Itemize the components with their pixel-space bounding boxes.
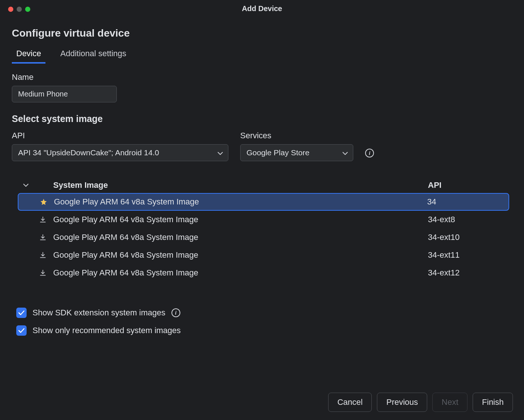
- name-label: Name: [12, 72, 512, 82]
- tab-bar: Device Additional settings: [12, 47, 512, 64]
- system-image-table: System Image API Google Play ARM 64 v8a …: [18, 177, 509, 282]
- table-row[interactable]: Google Play ARM 64 v8a System Image34-ex…: [18, 211, 509, 228]
- page-heading: Configure virtual device: [12, 27, 512, 39]
- row-api: 34-ext12: [428, 268, 509, 278]
- content-area: Configure virtual device Device Addition…: [0, 18, 524, 336]
- checkbox-show-recommended-label: Show only recommended system images: [33, 326, 181, 335]
- name-field-group: Name: [12, 72, 512, 102]
- api-label: API: [12, 131, 228, 140]
- row-name: Google Play ARM 64 v8a System Image: [52, 250, 428, 260]
- checkbox-show-recommended[interactable]: [16, 325, 27, 336]
- expand-collapse-icon[interactable]: [18, 183, 34, 187]
- services-field-group: Services Google Play Store: [240, 131, 353, 161]
- cancel-button[interactable]: Cancel: [328, 393, 372, 412]
- window-title: Add Device: [0, 4, 524, 13]
- dialog-window: Add Device Configure virtual device Devi…: [0, 0, 524, 420]
- row-name: Google Play ARM 64 v8a System Image: [52, 268, 428, 278]
- info-icon[interactable]: i: [365, 149, 374, 158]
- download-icon[interactable]: [34, 251, 52, 259]
- device-name-input[interactable]: [12, 86, 117, 102]
- table-row[interactable]: Google Play ARM 64 v8a System Image34: [18, 193, 509, 211]
- column-header-name[interactable]: System Image: [52, 180, 428, 190]
- previous-button[interactable]: Previous: [377, 393, 427, 412]
- row-name: Google Play ARM 64 v8a System Image: [52, 215, 428, 224]
- download-icon[interactable]: [34, 269, 52, 277]
- chevron-down-icon: [343, 148, 348, 157]
- api-field-group: API API 34 "UpsideDownCake"; Android 14.…: [12, 131, 228, 161]
- table-row[interactable]: Google Play ARM 64 v8a System Image34-ex…: [18, 246, 509, 264]
- services-info: i: [365, 149, 374, 161]
- checkbox-group: Show SDK extension system images i Show …: [16, 308, 512, 336]
- footer-buttons: Cancel Previous Next Finish: [328, 393, 513, 412]
- chevron-down-icon: [218, 148, 223, 157]
- select-row: API API 34 "UpsideDownCake"; Android 14.…: [12, 131, 512, 161]
- download-icon[interactable]: [34, 234, 52, 241]
- row-api: 34: [427, 197, 508, 207]
- column-header-api[interactable]: API: [428, 180, 509, 190]
- table-row[interactable]: Google Play ARM 64 v8a System Image34-ex…: [18, 228, 509, 246]
- titlebar: Add Device: [0, 0, 524, 18]
- api-select-value: API 34 "UpsideDownCake"; Android 14.0: [18, 148, 159, 157]
- download-icon[interactable]: [34, 216, 52, 223]
- services-select[interactable]: Google Play Store: [240, 144, 353, 161]
- system-image-heading: Select system image: [12, 114, 512, 124]
- checkbox-show-recommended-row: Show only recommended system images: [16, 325, 512, 336]
- checkbox-show-sdk-ext-row: Show SDK extension system images i: [16, 308, 512, 318]
- row-api: 34-ext11: [428, 250, 509, 260]
- star-icon: [35, 198, 52, 206]
- api-select[interactable]: API 34 "UpsideDownCake"; Android 14.0: [12, 144, 228, 161]
- tab-device[interactable]: Device: [12, 47, 45, 64]
- table-row[interactable]: Google Play ARM 64 v8a System Image34-ex…: [18, 264, 509, 282]
- row-api: 34-ext8: [428, 215, 509, 224]
- checkbox-show-sdk-ext-label: Show SDK extension system images: [33, 308, 166, 318]
- next-button: Next: [432, 393, 467, 412]
- tab-additional-settings[interactable]: Additional settings: [56, 47, 131, 64]
- row-api: 34-ext10: [428, 233, 509, 242]
- table-header: System Image API: [18, 177, 509, 193]
- services-select-value: Google Play Store: [246, 148, 309, 157]
- checkbox-show-sdk-ext[interactable]: [16, 308, 27, 318]
- services-label: Services: [240, 131, 353, 140]
- row-name: Google Play ARM 64 v8a System Image: [52, 197, 427, 207]
- row-name: Google Play ARM 64 v8a System Image: [52, 233, 428, 242]
- finish-button[interactable]: Finish: [473, 393, 513, 412]
- table-body: Google Play ARM 64 v8a System Image34Goo…: [18, 193, 509, 282]
- info-icon[interactable]: i: [171, 308, 180, 317]
